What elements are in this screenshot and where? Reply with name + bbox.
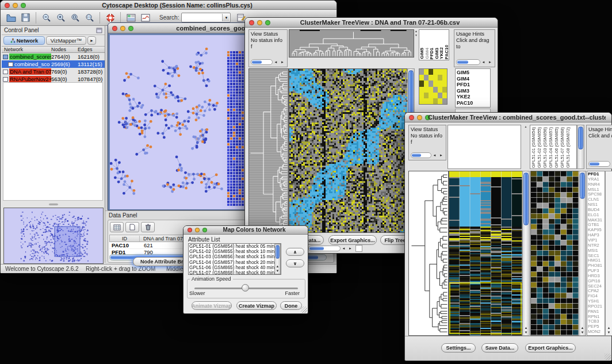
tv2-heatmap[interactable] [449,171,523,336]
tv2-zoom-heatmap[interactable] [530,171,579,336]
split-pane-handle[interactable] [2,202,105,206]
attribute-listbox[interactable]: GPL51-01 (GSM854) heat shock 05 minGPL51… [188,243,281,275]
create-vizmap-button[interactable]: Create Vizmap [236,301,277,310]
slider-thumb[interactable] [242,284,249,292]
tv2-title-bar[interactable]: ClusterMaker TreeView : combined_scores_… [405,113,611,122]
close-button[interactable] [249,20,254,25]
tv1-status-scrollbar[interactable]: ◄ ► [251,59,285,66]
tv1-hints-scrollbar[interactable]: ◄ ► [456,59,493,66]
main-title-bar[interactable]: Cytoscape Desktop (Session Name: collins… [1,1,336,10]
row-label: GIM3 [457,88,489,94]
tv1-title-bar[interactable]: ClusterMaker TreeView : DNA and Tran 07-… [245,18,498,28]
tv2-labels-vscrollbar[interactable] [577,125,584,169]
tv2-view-status-panel: View Status No status info f ◄ ► [408,125,446,160]
help-lifebuoy-icon[interactable] [103,12,117,24]
tv2-settings-button[interactable]: Settings... [441,343,476,352]
open-file-button[interactable] [4,12,18,24]
minimize-button[interactable] [257,20,262,25]
tv2-gene-list[interactable]: PFD1YRA1RNR4MSL1SPC98CLN1NIS1BUD4ELG1MAK… [587,171,605,336]
save-button[interactable] [18,12,33,24]
vscrollbar-thumb[interactable] [578,127,583,150]
tv2-button-bar: Settings... Save Data... Export Graphics… [405,336,611,361]
attribute-list-scrollbar[interactable]: ▲ ▼ [274,244,281,274]
tv1-tree-arrows[interactable]: ▲▼ [414,29,418,58]
tv2-status-scrollbar[interactable]: ◄ ► [411,152,444,159]
zoom-fit-button[interactable]: 1:1 [82,12,97,24]
vscrollbar-thumb[interactable] [276,245,280,259]
tv1-export-graphics-button[interactable]: Export Graphics... [328,235,377,245]
zoom-in-button[interactable] [53,12,68,24]
resize-grip[interactable] [605,354,611,360]
network-table-row[interactable]: DNA and Tran 07 769(0) 183728(0) [2,68,105,75]
scroll-down-arrow-icon[interactable]: ▼ [275,269,280,273]
float-panel-icon[interactable] [96,25,102,36]
close-button[interactable] [409,115,414,120]
close-button[interactable] [188,228,192,232]
move-down-button[interactable]: ∨ [286,259,304,267]
tab-overflow-arrow[interactable]: ► [87,36,96,45]
minimize-button[interactable] [120,26,125,31]
minimize-button[interactable] [195,228,200,232]
dialog-title-bar[interactable]: Map Colors to Network [183,226,308,235]
view-status-label: View Status [411,127,444,133]
tv2-row-dendrogram[interactable] [408,171,449,336]
new-attribute-button[interactable] [125,222,139,232]
close-button[interactable] [5,3,10,8]
tv2-save-data-button[interactable]: Save Data... [481,343,518,352]
select-attributes-button[interactable] [110,222,124,232]
gene-label[interactable]: MON2 [588,329,604,335]
close-button[interactable] [112,26,117,31]
scroll-up-arrow-icon[interactable]: ▲ [606,325,612,330]
search-input[interactable]: ▼ [181,13,231,22]
tv2-top-arrow-strip[interactable]: ▲ [522,125,529,169]
move-up-button[interactable]: ∧ [286,248,304,256]
usage-hints-text: Click and drag to [456,37,493,50]
scroll-down-arrow-icon[interactable]: ▼ [606,330,612,335]
tv2-heatmap-vscrollbar[interactable]: ▲ ▼ [522,171,530,336]
vscrollbar-thumb[interactable] [580,173,585,199]
row-label: GIM5 [457,70,489,76]
annotation-icon[interactable] [138,12,152,24]
tv2-gene-list-scrollbar[interactable]: ▲ ▼ [605,171,612,336]
tv2-export-graphics-button[interactable]: Export Graphics... [525,343,576,352]
zoom-out-button[interactable] [39,12,53,24]
matrix-cell [419,87,424,93]
tv2-hints-scrollbar[interactable] [588,160,610,167]
tv1-row-dendrogram[interactable] [248,68,289,233]
treeview-combined-window: ClusterMaker TreeView : combined_scores_… [404,112,612,361]
tv1-zoom-matrix[interactable] [419,68,447,105]
minimize-button[interactable] [13,3,18,8]
network-table-row[interactable]: combined_sco 2569(6) 13112(15) [2,60,105,68]
scroll-up-arrow-icon[interactable]: ▲ [579,325,586,330]
tv1-column-dendrogram[interactable] [289,29,414,58]
view-status-text: No status info f [251,37,285,50]
column-label: GPL51-08 (GSM872) [565,127,571,168]
tv1-usage-hints-panel: Usage Hints Click and drag to ◄ ► [454,29,495,67]
vscrollbar-thumb[interactable] [523,173,529,225]
birds-eye-view-canvas[interactable] [3,208,104,264]
tab-vizmapper[interactable]: VizMapper™ [46,36,86,45]
network-table-row[interactable]: combined_scores 2764(0) 16218(0) [2,53,105,60]
animate-vizmap-button[interactable]: Animate Vizmap [192,301,232,310]
attribute-list-item[interactable]: GPL51-07 (GSM868) heat shock 60 min [189,270,274,275]
minimize-button[interactable] [417,115,422,120]
show-panel-icon[interactable] [124,12,138,24]
usage-hints-label: Usage Hints [588,127,610,133]
tv1-bottom-scrollbar[interactable]: ◄ ► [308,245,353,252]
zoom-selected-button[interactable] [68,12,82,24]
scroll-up-arrow-icon[interactable]: ▲ [523,325,529,330]
tv2-zoom-vscrollbar[interactable]: ▲ ▼ [579,171,586,336]
matrix-cell [419,81,424,86]
tab-network[interactable]: Network [3,36,45,45]
delete-attribute-trash-icon[interactable] [141,222,155,232]
matrix-cell [419,69,424,75]
done-button[interactable]: Done [280,301,302,310]
network-file-icon [3,55,8,59]
scroll-down-arrow-icon[interactable]: ▼ [523,330,529,335]
scroll-down-arrow-icon[interactable]: ▼ [579,330,586,335]
search-dropdown-arrow-icon[interactable]: ▼ [222,14,230,21]
scroll-up-arrow-icon[interactable]: ▲ [275,264,280,269]
desktop: { "colors":{ "accent_blue":"#3a6fd8","he… [0,0,612,364]
tv1-heatmap[interactable] [289,68,408,233]
resize-grip[interactable] [301,306,307,313]
